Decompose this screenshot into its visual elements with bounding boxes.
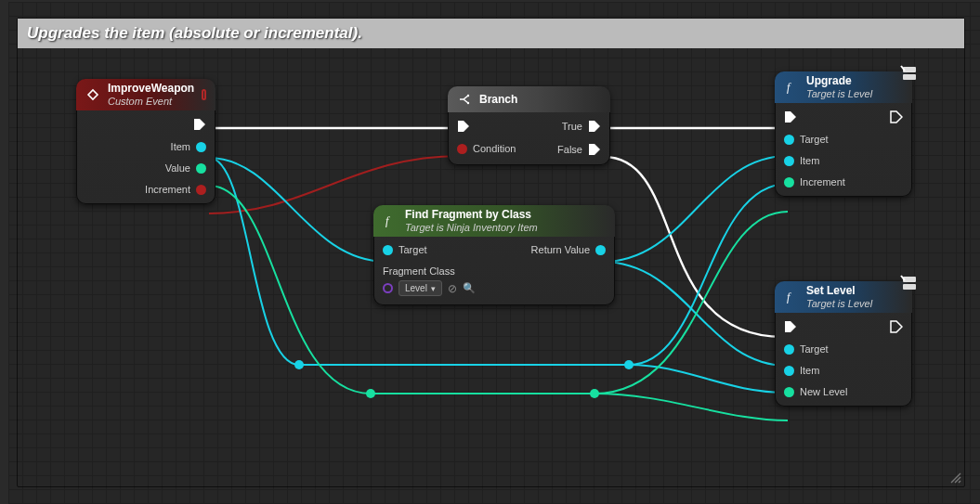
node-header[interactable]: Branch [448,86,610,112]
pin-true[interactable]: True [557,120,601,133]
svg-rect-8 [903,74,916,80]
node-upgrade[interactable]: f Upgrade Target is Level Target Item In… [775,71,912,197]
svg-text:f: f [385,214,390,227]
server-badge-icon [899,274,920,294]
svg-rect-11 [903,284,916,290]
exec-out-pin[interactable] [890,320,903,333]
fragment-class-label: Fragment Class [383,265,476,277]
pin-increment[interactable]: Increment [145,184,206,195]
function-icon: f [784,290,799,304]
node-header[interactable]: f Find Fragment by Class Target is Ninja… [373,205,615,237]
pin-return-value[interactable]: Return Value [531,244,606,255]
pin-fragment-class[interactable] [383,283,393,293]
node-header[interactable]: ImproveWeapon Custom Event [76,79,216,110]
browse-icon[interactable]: 🔍 [463,282,476,294]
node-find-fragment[interactable]: f Find Fragment by Class Target is Ninja… [373,205,615,305]
pin-item[interactable]: Item [145,141,206,152]
pin-target[interactable]: Target [784,134,845,145]
custom-event-icon [85,87,100,102]
pin-item[interactable]: Item [784,365,847,376]
chevron-down-icon: ▾ [431,284,436,293]
branch-icon [457,92,472,107]
pin-item[interactable]: Item [784,155,845,166]
node-branch[interactable]: Branch Condition True False [448,86,610,165]
svg-point-5 [467,102,469,104]
comment-header[interactable]: Upgrades the item (absolute or increment… [18,19,964,48]
pin-condition[interactable]: Condition [457,143,516,154]
pin-target[interactable]: Target [784,343,847,355]
exec-out-pin[interactable] [145,118,206,131]
node-title: ImproveWeapon [108,82,194,95]
pin-target[interactable]: Target [383,244,476,255]
node-title: Upgrade [806,74,872,87]
top-gutter [0,0,980,2]
fragment-class-dropdown[interactable]: Level ▾ [399,280,442,296]
node-title: Find Fragment by Class [405,208,538,221]
node-improve-weapon[interactable]: ImproveWeapon Custom Event Item Value [76,79,216,204]
node-subtitle: Target is Level [806,87,872,100]
node-header[interactable]: f Upgrade Target is Level [775,71,912,103]
node-subtitle: Target is Ninja Inventory Item [405,221,538,234]
node-header[interactable]: f Set Level Target is Level [775,281,912,313]
node-title: Set Level [806,284,872,297]
svg-text:f: f [787,81,791,94]
pin-increment[interactable]: Increment [784,176,845,187]
exec-in-pin[interactable] [784,320,847,333]
blueprint-graph[interactable]: Upgrades the item (absolute or increment… [0,0,980,504]
exec-in-pin[interactable] [457,120,516,133]
resize-grip-icon[interactable] [949,472,962,485]
server-badge-icon [899,64,920,84]
comment-title: Upgrades the item (absolute or increment… [27,24,362,43]
svg-text:f: f [787,291,791,304]
function-icon: f [383,213,398,228]
node-set-level[interactable]: f Set Level Target is Level Target Item … [775,281,912,407]
exec-in-pin[interactable] [784,110,845,123]
node-title: Branch [479,93,517,106]
clear-icon[interactable]: ⊘ [448,282,457,295]
exec-out-pin[interactable] [890,110,903,123]
delegate-pin[interactable] [202,89,206,100]
function-icon: f [784,80,799,95]
node-subtitle: Custom Event [108,95,194,108]
node-subtitle: Target is Level [806,297,872,310]
pin-false[interactable]: False [557,143,601,156]
svg-point-4 [467,95,469,97]
left-gutter [0,0,8,504]
pin-new-level[interactable]: New Level [784,386,847,397]
pin-value[interactable]: Value [145,162,206,174]
